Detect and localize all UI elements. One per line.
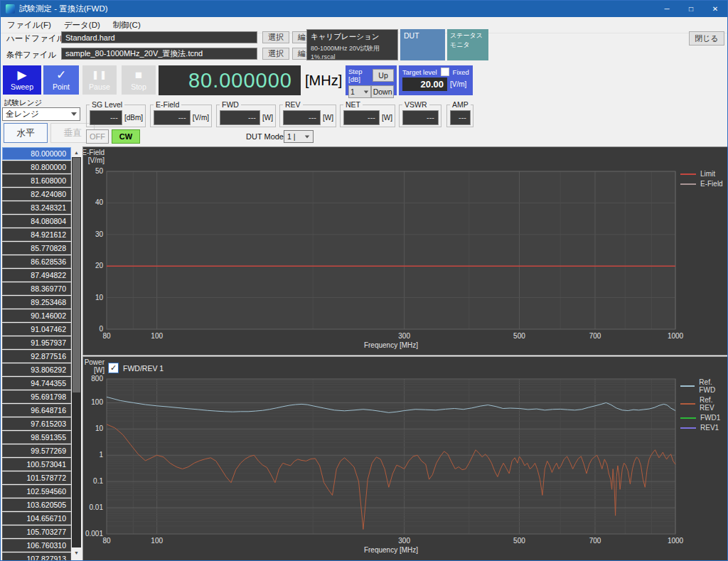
cond-file-select-button[interactable]: 選択 — [262, 48, 289, 60]
sweep-button[interactable]: ▶ Sweep — [3, 65, 41, 95]
hard-file-select-button[interactable]: 選択 — [262, 31, 289, 43]
legend-label: REV1 — [700, 424, 719, 432]
frequency-list-item[interactable]: 91.957937 — [2, 336, 71, 349]
fixed-checkbox[interactable] — [441, 68, 449, 76]
legend-label: Ref. FWD — [699, 378, 728, 394]
frequency-list-item[interactable]: 93.806292 — [2, 363, 71, 376]
measure-label: VSWR — [402, 100, 429, 109]
legend-item: Ref. REV — [680, 396, 728, 412]
menu-control[interactable]: 制御(C) — [107, 18, 147, 33]
legend-line-icon — [680, 427, 696, 429]
frequency-list-item[interactable]: 82.424080 — [2, 188, 71, 201]
frequency-value: 80.000000 — [188, 69, 292, 92]
measure-group-net: NET---[W] — [340, 105, 395, 127]
frequency-list-item[interactable]: 81.608000 — [2, 174, 71, 187]
off-button[interactable]: OFF — [86, 129, 109, 144]
legend-label: FWD1 — [700, 414, 720, 422]
fixed-label: Fixed — [453, 68, 469, 76]
frequency-list-item[interactable]: 102.594560 — [2, 485, 71, 498]
frequency-list-item[interactable]: 103.620505 — [2, 498, 71, 511]
step-down-button[interactable]: Down — [371, 85, 394, 98]
svg-text:Frequency [MHz]: Frequency [MHz] — [364, 341, 418, 349]
frequency-list-item[interactable]: 80.000000 — [2, 147, 71, 160]
legend-line-icon — [680, 183, 696, 185]
frequency-list-item[interactable]: 90.146002 — [2, 309, 71, 322]
measure-label: SG Level — [90, 100, 124, 109]
svg-text:500: 500 — [513, 332, 525, 340]
pause-button[interactable]: ❚❚ Pause — [82, 65, 117, 95]
legend-item: FWD1 — [680, 414, 728, 422]
scroll-up-icon[interactable]: ▲ — [72, 147, 81, 157]
svg-text:700: 700 — [589, 332, 601, 340]
range-dropdown[interactable]: 全レンジ — [2, 107, 80, 121]
step-up-button[interactable]: Up — [373, 69, 394, 82]
frequency-list-item[interactable]: 106.760310 — [2, 539, 71, 552]
cond-file-input[interactable]: sample_80-1000MHz_20V_置換法.tcnd — [61, 48, 257, 60]
point-button[interactable]: ✓ Point — [43, 65, 79, 95]
dut-mode-label: DUT Mode — [246, 132, 284, 141]
legend-item: REV1 — [680, 424, 728, 432]
target-level-panel: Target level Fixed 20.00 [V/m] — [399, 65, 473, 95]
frequency-list-item[interactable]: 105.703277 — [2, 525, 71, 538]
frequency-list-item[interactable]: 101.578772 — [2, 471, 71, 484]
measure-value: --- — [154, 110, 191, 125]
measure-group-e-field: E-Field---[V/m] — [150, 105, 212, 127]
frequency-list-item[interactable]: 91.047462 — [2, 323, 71, 336]
step-panel: Step [dB] Up 1 Down — [346, 65, 397, 95]
frequency-list: 80.00000080.80000081.60800082.42408083.2… — [2, 147, 71, 561]
measure-label: NET — [343, 100, 363, 109]
target-level-label: Target level — [402, 68, 437, 76]
scroll-down-icon[interactable]: ▼ — [72, 547, 81, 557]
dut-box[interactable]: DUT — [400, 29, 445, 60]
cw-button[interactable]: CW — [112, 129, 140, 144]
menu-data[interactable]: データ(D) — [58, 18, 107, 33]
svg-text:0.001: 0.001 — [85, 530, 103, 538]
title-bar: 試験測定 - 置換法(FWD) ─ □ ✕ — [1, 1, 727, 17]
legend-line-icon — [680, 417, 696, 419]
maximize-icon[interactable]: □ — [679, 1, 703, 17]
frequency-list-scrollbar[interactable]: ▲ ▼ — [72, 147, 81, 557]
frequency-list-item[interactable]: 88.369770 — [2, 282, 71, 295]
frequency-list-item[interactable]: 87.494822 — [2, 269, 71, 282]
fwd-rev-toggle[interactable]: ✓ FWD/REV 1 — [108, 363, 164, 373]
frequency-list-item[interactable]: 92.877516 — [2, 350, 71, 363]
scrollbar-thumb[interactable] — [73, 158, 80, 392]
frequency-list-item[interactable]: 95.691798 — [2, 390, 71, 403]
step-value-dropdown[interactable]: 1 — [348, 85, 371, 98]
svg-text:10: 10 — [95, 424, 104, 432]
frequency-list-item[interactable]: 80.800000 — [2, 161, 71, 173]
frequency-list-item[interactable]: 98.591355 — [2, 431, 71, 444]
frequency-list-item[interactable]: 89.253468 — [2, 296, 71, 309]
frequency-list-item[interactable]: 85.770828 — [2, 242, 71, 255]
svg-text:500: 500 — [513, 537, 525, 545]
close-icon[interactable]: ✕ — [703, 1, 727, 17]
point-label: Point — [53, 82, 70, 91]
power-chart-svg: 8001001010.10.010.001Power[W]80100300500… — [83, 357, 727, 559]
horizontal-button[interactable]: 水平 — [4, 123, 48, 143]
frequency-list-item[interactable]: 94.744355 — [2, 377, 71, 390]
frequency-list-item[interactable]: 83.248321 — [2, 201, 71, 214]
hard-file-input[interactable]: Standard.hard — [61, 31, 257, 43]
menu-file[interactable]: ファイル(F) — [1, 18, 58, 33]
frequency-list-item[interactable]: 100.573041 — [2, 458, 71, 471]
fwd-rev-checkbox[interactable]: ✓ — [108, 363, 119, 373]
frequency-list-item[interactable]: 86.628536 — [2, 255, 71, 268]
frequency-list-item[interactable]: 104.656710 — [2, 512, 71, 525]
close-dialog-button[interactable]: 閉じる — [689, 31, 724, 46]
frequency-list-item[interactable]: 107.827913 — [2, 552, 71, 561]
frequency-list-item[interactable]: 96.648716 — [2, 404, 71, 417]
app-icon — [6, 4, 15, 14]
minimize-icon[interactable]: ─ — [655, 1, 679, 17]
dut-mode-dropdown[interactable]: 1 | — [284, 130, 314, 143]
svg-text:1000: 1000 — [668, 332, 684, 340]
frequency-list-item[interactable]: 99.577269 — [2, 444, 71, 457]
target-level-value[interactable]: 20.00 — [402, 78, 447, 91]
stop-button[interactable]: ■ Stop — [122, 65, 156, 95]
frequency-list-item[interactable]: 84.080804 — [2, 215, 71, 228]
calibration-box[interactable]: キャリブレーション 80-1000MHz 20V試験用 1%.rscal — [306, 29, 398, 60]
sweep-label: Sweep — [11, 82, 33, 91]
frequency-list-item[interactable]: 97.615203 — [2, 417, 71, 430]
measure-value: --- — [90, 110, 122, 125]
status-monitor-box[interactable]: ステータスモニタ — [447, 29, 488, 60]
frequency-list-item[interactable]: 84.921612 — [2, 228, 71, 241]
